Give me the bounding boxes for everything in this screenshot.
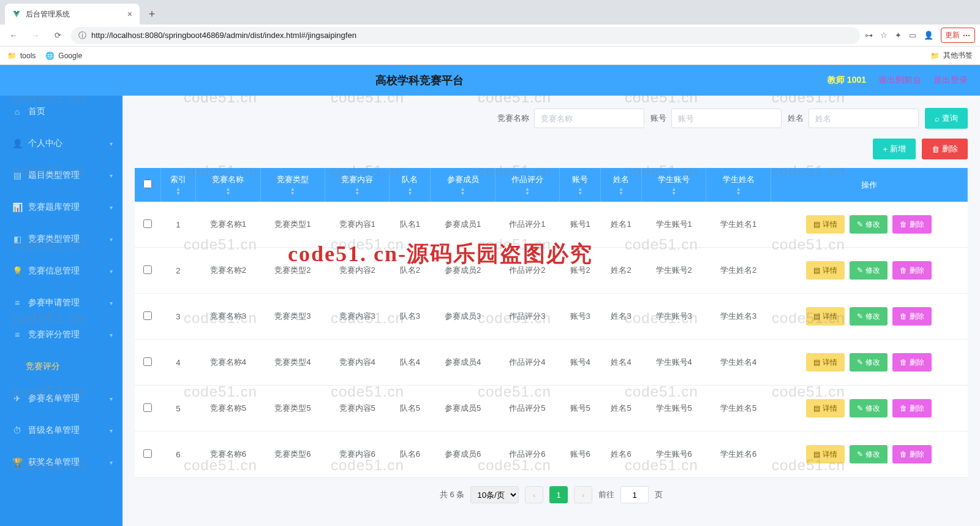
forward-button[interactable]: →	[27, 27, 44, 44]
pencil-icon: ✎	[857, 404, 863, 413]
chevron-down-icon: ▾	[110, 268, 113, 275]
sidebar-subitem[interactable]: 竞赛评分	[0, 351, 123, 383]
bookmark-other[interactable]: 📁其他书签	[930, 50, 973, 61]
profile-icon[interactable]: 👤	[924, 31, 933, 40]
pager-prev[interactable]: ‹	[525, 486, 543, 503]
detail-button[interactable]: ▤详情	[806, 307, 845, 326]
sidebar-item-8[interactable]: ✈参赛名单管理▾	[0, 383, 123, 414]
chevron-down-icon: ▾	[110, 172, 113, 179]
reader-icon[interactable]: ▭	[909, 31, 916, 40]
detail-button[interactable]: ▤详情	[806, 353, 845, 372]
table-row: 5竞赛名称5竞赛类型5竞赛内容5队名5参赛成员5作品评分5账号5姓名5学生账号5…	[135, 386, 968, 432]
book-icon: ▤	[12, 170, 22, 180]
edit-button[interactable]: ✎修改	[850, 307, 888, 326]
col-10[interactable]: 学生姓名▲▼	[706, 168, 771, 202]
row-delete-button[interactable]: 🗑删除	[892, 445, 932, 463]
detail-button[interactable]: ▤详情	[806, 261, 845, 280]
row-checkbox[interactable]	[143, 449, 152, 458]
cell: 作品评分2	[495, 248, 559, 294]
back-button[interactable]: ←	[5, 27, 22, 44]
bookmark-tools[interactable]: 📁tools	[7, 51, 36, 60]
search-input-name[interactable]	[534, 109, 644, 128]
row-delete-button[interactable]: 🗑删除	[892, 215, 932, 234]
bookmark-google[interactable]: 🌐Google	[45, 51, 82, 60]
pencil-icon: ✎	[857, 450, 863, 459]
pager-goto-label: 前往	[598, 489, 614, 500]
logout-link[interactable]: 退出登录	[933, 75, 968, 86]
add-button[interactable]: +新增	[873, 139, 916, 159]
info-icon: ⓘ	[78, 30, 86, 41]
delete-button[interactable]: 🗑删除	[922, 139, 968, 159]
update-button[interactable]: 更新	[941, 28, 975, 43]
col-2[interactable]: 竞赛类型▲▼	[260, 168, 325, 202]
cell: 学生姓名1	[706, 202, 771, 248]
row-checkbox[interactable]	[143, 403, 152, 412]
row-checkbox[interactable]	[143, 265, 152, 274]
query-button[interactable]: ⌕查询	[925, 108, 968, 129]
cell: 队名4	[390, 340, 431, 386]
close-icon[interactable]: ×	[127, 9, 132, 19]
sidebar-item-0[interactable]: ⌂首页	[0, 96, 123, 128]
url-input[interactable]: ⓘ http://localhost:8080/springboot46869/…	[71, 27, 860, 44]
sidebar-item-7[interactable]: ≡竞赛评分管理▾	[0, 319, 123, 351]
row-delete-button[interactable]: 🗑删除	[892, 399, 932, 417]
detail-button[interactable]: ▤详情	[806, 445, 845, 463]
star-icon[interactable]: ☆	[880, 31, 888, 40]
col-9[interactable]: 学生账号▲▼	[642, 168, 706, 202]
cell: 竞赛类型2	[260, 248, 325, 294]
edit-button[interactable]: ✎修改	[850, 261, 888, 280]
edit-button[interactable]: ✎修改	[850, 399, 888, 417]
col-0[interactable]: 索引▲▼	[160, 168, 196, 202]
pager-goto-input[interactable]	[620, 486, 649, 503]
edit-button[interactable]: ✎修改	[850, 445, 888, 463]
pager-size-select[interactable]: 10条/页	[470, 486, 519, 503]
doc-icon: ▤	[813, 404, 820, 413]
col-8[interactable]: 姓名▲▼	[601, 168, 642, 202]
row-checkbox[interactable]	[143, 311, 152, 320]
key-icon[interactable]: ⊶	[865, 31, 873, 40]
sidebar-item-9[interactable]: ⏱晋级名单管理▾	[0, 414, 123, 446]
col-7[interactable]: 账号▲▼	[560, 168, 601, 202]
col-6[interactable]: 作品评分▲▼	[495, 168, 559, 202]
edit-button[interactable]: ✎修改	[850, 353, 888, 372]
pager-page-1[interactable]: 1	[549, 486, 568, 503]
row-delete-button[interactable]: 🗑删除	[892, 353, 932, 372]
browser-tab[interactable]: 后台管理系统 ×	[5, 4, 140, 25]
col-5[interactable]: 参赛成员▲▼	[431, 168, 495, 202]
row-delete-button[interactable]: 🗑删除	[892, 261, 932, 280]
puzzle-icon[interactable]: ✦	[895, 31, 902, 40]
detail-button[interactable]: ▤详情	[806, 215, 845, 234]
sidebar-item-10[interactable]: 🏆获奖名单管理▾	[0, 446, 123, 478]
cell: 姓名4	[601, 340, 642, 386]
row-checkbox[interactable]	[143, 357, 152, 366]
sidebar-item-3[interactable]: 📊竞赛题库管理▾	[0, 191, 123, 223]
col-1[interactable]: 竞赛名称▲▼	[196, 168, 260, 202]
sidebar-item-1[interactable]: 👤个人中心▾	[0, 128, 123, 159]
new-tab-button[interactable]: +	[143, 6, 160, 23]
pager-next[interactable]: ›	[574, 486, 592, 503]
exit-to-front-link[interactable]: 退出到前台	[878, 75, 921, 86]
trash-icon: 🗑	[900, 220, 907, 229]
cell: 学生姓名2	[706, 248, 771, 294]
row-checkbox[interactable]	[143, 219, 152, 228]
row-delete-button[interactable]: 🗑删除	[892, 307, 932, 326]
cell: 姓名2	[601, 248, 642, 294]
chevron-down-icon: ▾	[110, 395, 113, 402]
detail-button[interactable]: ▤详情	[806, 399, 845, 417]
edit-button[interactable]: ✎修改	[850, 215, 888, 234]
reload-button[interactable]: ⟳	[49, 27, 66, 44]
col-3[interactable]: 竞赛内容▲▼	[325, 168, 390, 202]
sidebar-item-6[interactable]: ≡参赛申请管理▾	[0, 287, 123, 319]
sort-icon: ▲▼	[329, 187, 385, 196]
search-input-account[interactable]	[671, 109, 782, 128]
cell: 竞赛名称6	[196, 432, 260, 478]
search-input-username[interactable]	[809, 109, 919, 128]
cell: 学生姓名5	[706, 386, 771, 432]
col-11[interactable]: 操作	[771, 168, 967, 202]
sidebar-item-4[interactable]: ◧竞赛类型管理▾	[0, 223, 123, 255]
sidebar-item-2[interactable]: ▤题目类型管理▾	[0, 159, 123, 191]
select-all-checkbox[interactable]	[143, 180, 152, 188]
search-row: 竞赛名称 账号 姓名 ⌕查询	[135, 108, 968, 129]
col-4[interactable]: 队名▲▼	[390, 168, 431, 202]
sidebar-item-5[interactable]: 💡竞赛信息管理▾	[0, 255, 123, 287]
